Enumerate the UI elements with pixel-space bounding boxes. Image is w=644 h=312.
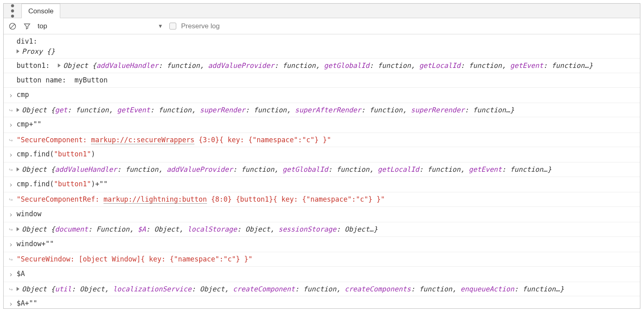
log-content[interactable]: button1: Object {addValueHandler: functi… <box>17 61 638 71</box>
log-content[interactable]: "SecureComponentRef: markup://lightning:… <box>17 194 638 204</box>
expander-icon[interactable] <box>58 63 61 67</box>
input-text[interactable]: cmp+"" <box>17 119 638 130</box>
input-text[interactable]: window+"" <box>17 239 638 250</box>
svg-point-2 <box>11 15 14 17</box>
log-content[interactable]: "SecureComponent: markup://c:secureWrapp… <box>17 135 638 145</box>
tab-label: Console <box>28 7 53 15</box>
output-row: Object {util: Object, localizationServic… <box>4 282 640 297</box>
log-text: button name: <box>17 76 74 84</box>
log-text: Object { <box>63 61 96 70</box>
obj-prop: document <box>55 225 88 233</box>
console-output: div1: Proxy {} button1: Object {addValue… <box>4 34 640 308</box>
preserve-log-label: Preserve log <box>181 22 220 30</box>
log-text: div1: <box>17 36 638 46</box>
input-text[interactable]: window <box>17 209 638 220</box>
log-text: : function, <box>274 61 324 70</box>
log-content[interactable]: Object {get: function, getEvent: functio… <box>17 105 638 115</box>
input-row: $A <box>4 267 640 282</box>
input-marker-icon <box>5 298 17 308</box>
input-text[interactable]: cmp.find("button1")+"" <box>17 179 638 190</box>
input-row: cmp+"" <box>4 117 640 133</box>
log-text: : function…} <box>502 165 551 173</box>
log-text: : function, <box>150 106 200 114</box>
input-marker-icon <box>5 209 17 220</box>
output-marker-icon <box>5 164 17 175</box>
log-text: cmp.find( <box>17 150 54 158</box>
log-text: "SecureComponentRef: <box>17 195 103 203</box>
log-text: {3:0}{ key: {"namespace":"c"} }" <box>194 136 331 144</box>
output-row: Object {get: function, getEvent: functio… <box>4 103 640 118</box>
log-text: : Object, <box>192 285 233 293</box>
input-row: window <box>4 207 640 222</box>
expander-icon[interactable] <box>17 108 19 112</box>
log-content[interactable]: button name: myButton <box>17 75 638 85</box>
context-value: top <box>38 22 47 30</box>
log-text: : function, <box>328 165 378 173</box>
output-marker-icon <box>5 194 17 204</box>
log-text: : function, <box>460 61 510 70</box>
obj-prop: enqueueAction <box>460 285 514 293</box>
log-content[interactable]: Object {document: Function, $A: Object, … <box>17 224 638 234</box>
input-marker-icon <box>5 269 17 280</box>
obj-prop: getEvent <box>117 106 150 114</box>
svg-line-4 <box>11 24 15 28</box>
log-text: Object { <box>22 106 55 114</box>
obj-prop: superRerender <box>411 106 465 114</box>
obj-prop: getLocalId <box>419 61 460 70</box>
output-marker-icon <box>5 105 17 115</box>
input-text[interactable]: $A <box>17 269 638 280</box>
log-text: "button1" <box>54 150 91 158</box>
input-text[interactable]: cmp.find("button1") <box>17 149 638 160</box>
log-text: : function…} <box>543 61 593 70</box>
log-text: : Object, <box>237 225 278 233</box>
input-marker-icon <box>5 239 17 250</box>
caret-down-icon: ▼ <box>158 23 163 29</box>
input-text[interactable]: $A+"" <box>17 298 638 308</box>
preserve-log-checkbox[interactable] <box>169 23 176 30</box>
output-marker-icon <box>5 224 17 234</box>
input-text[interactable]: cmp <box>17 90 638 101</box>
log-content[interactable]: Object {util: Object, localizationServic… <box>17 284 638 294</box>
output-row: Object {document: Function, $A: Object, … <box>4 222 640 237</box>
expander-icon[interactable] <box>17 49 19 53</box>
log-text: : function, <box>245 106 295 114</box>
obj-prop: superAfterRender <box>295 106 361 114</box>
log-text: "SecureComponent: <box>17 136 91 144</box>
filter-icon[interactable] <box>21 21 33 32</box>
log-text: : function, <box>370 61 419 70</box>
log-content[interactable]: Object {addValueHandler: function, addVa… <box>17 164 638 175</box>
clear-console-icon[interactable] <box>7 21 18 32</box>
log-text: : function, <box>411 285 460 293</box>
input-row: window+"" <box>4 237 640 252</box>
obj-prop: createComponents <box>344 285 411 293</box>
log-text: : function…} <box>514 285 564 293</box>
kebab-menu-icon[interactable] <box>4 4 21 18</box>
log-text: markup://c:secureWrappers <box>91 136 194 144</box>
log-text: : function, <box>233 165 283 173</box>
svg-point-0 <box>11 4 14 7</box>
log-text: : Function, <box>88 225 138 233</box>
log-text: {8:0} {button1}{ key: {"namespace":"c"} … <box>207 195 385 203</box>
expander-icon[interactable] <box>17 167 19 171</box>
input-row: cmp <box>4 88 640 103</box>
expander-icon[interactable] <box>17 287 19 291</box>
log-text: : Object, <box>146 225 187 233</box>
expander-icon[interactable] <box>17 227 19 231</box>
obj-prop: localStorage <box>187 225 237 233</box>
obj-prop: addValueProvider <box>208 61 274 70</box>
context-selector[interactable]: top ▼ <box>38 22 163 30</box>
log-text: myButton <box>74 76 108 84</box>
log-content[interactable]: div1: Proxy {} <box>17 36 638 56</box>
log-row: button name: myButton <box>4 73 640 88</box>
output-row: "SecureComponentRef: markup://lightning:… <box>4 192 640 207</box>
output-marker-icon <box>5 284 17 294</box>
obj-prop: get <box>55 106 68 114</box>
log-text: : function, <box>68 106 117 114</box>
obj-prop: util <box>55 285 72 293</box>
tab-console[interactable]: Console <box>21 4 60 18</box>
obj-prop: addValueHandler <box>96 61 158 70</box>
obj-prop: sessionStorage <box>279 225 336 233</box>
svg-point-1 <box>11 9 14 12</box>
log-text: markup://lightning:button <box>103 195 207 204</box>
log-content[interactable]: "SecureWindow: [object Window]{ key: {"n… <box>17 254 638 264</box>
